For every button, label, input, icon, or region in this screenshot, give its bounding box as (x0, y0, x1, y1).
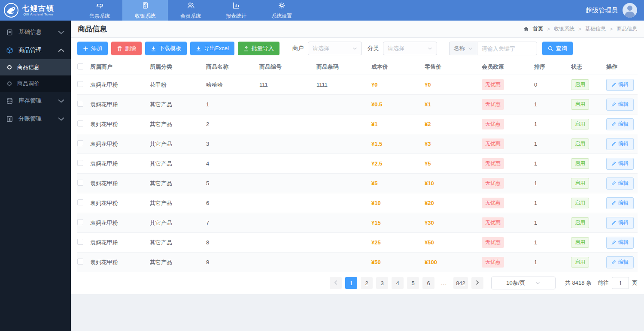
next-page-button[interactable] (471, 277, 483, 289)
row-checkbox[interactable] (77, 259, 83, 265)
pencil-icon (611, 240, 616, 245)
page-button-4[interactable]: 4 (392, 277, 404, 289)
table-row: 袁妈花甲粉 花甲粉 哈哈哈 111 1111 ¥0 ¥0 无优惠 0 启用 编辑 (77, 75, 638, 94)
batch-import-button[interactable]: 批量导入 (238, 42, 279, 55)
pencil-icon (611, 141, 616, 146)
breadcrumb-item-home[interactable]: 首页 (533, 25, 543, 33)
merchant-filter-label: 商户 (292, 45, 304, 52)
sidebar-item-basic-info[interactable]: 基础信息 (0, 23, 71, 41)
cell-category: 花甲粉 (150, 81, 206, 89)
chevron-right-icon (476, 280, 479, 285)
main-area: 商品信息 首页 > 收银系统 > 基础信息 > 商品信息 添加 (71, 21, 644, 331)
page-button-3[interactable]: 3 (376, 277, 388, 289)
edit-button-label: 编辑 (618, 259, 629, 266)
sidebar-item-split-account-management[interactable]: 分账管理 (0, 110, 71, 128)
member-policy-tag: 无优惠 (482, 178, 504, 189)
row-checkbox[interactable] (77, 239, 83, 245)
nav-tab-member-system[interactable]: 会员系统 (168, 0, 213, 21)
row-checkbox[interactable] (77, 140, 83, 146)
nav-tab-ticket-system[interactable]: 售票系统 (77, 0, 122, 21)
status-badge: 启用 (571, 178, 589, 189)
page-size-value: 10条/页 (506, 279, 525, 287)
edit-button-label: 编辑 (618, 199, 629, 207)
merchant-select[interactable]: 请选择 (308, 42, 362, 55)
edit-button-label: 编辑 (618, 160, 629, 167)
cell-cost-price: ¥15 (371, 220, 425, 226)
edit-button[interactable]: 编辑 (606, 79, 634, 91)
category-select[interactable]: 请选择 (383, 42, 437, 55)
export-excel-button[interactable]: 导出Excel (190, 42, 234, 55)
cell-cost-price: ¥25 (371, 239, 425, 246)
search-field-select[interactable]: 名称 (449, 42, 477, 55)
logo-title: 七鲤古镇 (22, 5, 55, 12)
row-checkbox[interactable] (77, 160, 83, 166)
nav-tab-system-settings[interactable]: 系统设置 (259, 0, 304, 21)
pencil-icon (611, 122, 616, 126)
page-button-2[interactable]: 2 (361, 277, 373, 289)
edit-button[interactable]: 编辑 (606, 256, 634, 268)
sidebar-subitem-product-price-adjust[interactable]: 商品调价 (0, 75, 71, 92)
edit-button[interactable]: 编辑 (606, 138, 634, 150)
edit-button[interactable]: 编辑 (606, 118, 634, 130)
edit-button[interactable]: 编辑 (606, 217, 634, 229)
cell-product-name: 9 (206, 259, 259, 265)
download-template-button[interactable]: 下载模板 (145, 42, 187, 55)
row-checkbox[interactable] (77, 120, 83, 126)
cell-merchant: 袁妈花甲粉 (90, 180, 150, 187)
edit-button[interactable]: 编辑 (606, 99, 634, 111)
page-size-select[interactable]: 10条/页 (491, 277, 556, 289)
add-button[interactable]: 添加 (77, 42, 108, 55)
cell-cost-price: ¥2.5 (371, 160, 425, 167)
edit-button[interactable]: 编辑 (606, 237, 634, 249)
row-checkbox[interactable] (77, 81, 83, 87)
page-button-6[interactable]: 6 (422, 277, 434, 289)
keyword-input[interactable] (477, 42, 537, 55)
breadcrumb-item-basic-info[interactable]: 基础信息 (585, 25, 606, 33)
breadcrumb-item-cashier[interactable]: 收银系统 (554, 25, 574, 33)
edit-button[interactable]: 编辑 (606, 197, 634, 209)
member-policy-tag: 无优惠 (482, 237, 504, 248)
row-checkbox[interactable] (77, 101, 83, 107)
column-header-member-policy: 会员政策 (482, 63, 534, 71)
page-button-842[interactable]: 842 (453, 277, 468, 289)
cube-icon (6, 47, 13, 54)
nav-tab-report-statistics[interactable]: 报表统计 (213, 0, 259, 21)
topbar: 七鲤古镇 Qili Ancient Town 售票系统 收银系统 会员系统 报表… (0, 0, 644, 21)
nav-tab-cashier-system[interactable]: 收银系统 (122, 0, 168, 21)
status-badge: 启用 (571, 119, 589, 129)
previous-page-button[interactable] (330, 277, 342, 289)
cell-merchant: 袁妈花甲粉 (90, 219, 150, 227)
sidebar-item-label: 分账管理 (18, 115, 42, 123)
row-checkbox[interactable] (77, 180, 83, 186)
cell-product-name: 4 (206, 160, 259, 167)
search-button[interactable]: 查询 (542, 42, 573, 55)
row-checkbox[interactable] (77, 199, 83, 205)
column-header-retail-price: 零售价 (425, 63, 482, 71)
page-button-1[interactable]: 1 (345, 277, 357, 289)
cell-cost-price: ¥10 (371, 200, 425, 206)
merchant-select-placeholder: 请选择 (313, 45, 329, 52)
cell-sort: 1 (534, 101, 571, 108)
cashier-icon (141, 1, 149, 11)
avatar[interactable] (623, 3, 637, 18)
sidebar-submenu-product: 商品信息 商品调价 (0, 59, 71, 92)
cell-retail-price: ¥30 (425, 220, 482, 226)
sidebar-item-product-management[interactable]: 商品管理 (0, 41, 71, 59)
download-icon (196, 46, 201, 51)
cell-category: 其它产品 (150, 120, 206, 128)
table-row: 袁妈花甲粉 其它产品 9 ¥50 ¥100 无优惠 1 启用 编辑 (77, 252, 638, 272)
edit-button[interactable]: 编辑 (606, 158, 634, 170)
delete-button-label: 删除 (125, 45, 136, 52)
sidebar-item-inventory-management[interactable]: 库存管理 (0, 92, 71, 110)
page-button-5[interactable]: 5 (407, 277, 419, 289)
delete-button[interactable]: 删除 (111, 42, 142, 55)
pencil-icon (611, 220, 616, 225)
row-checkbox[interactable] (77, 219, 83, 225)
select-all-checkbox[interactable] (77, 63, 83, 69)
pencil-icon (611, 201, 616, 205)
goto-page-input[interactable] (612, 277, 629, 289)
edit-button[interactable]: 编辑 (606, 178, 634, 190)
logo[interactable]: 七鲤古镇 Qili Ancient Town (0, 0, 71, 21)
sidebar-subitem-product-info[interactable]: 商品信息 (0, 59, 71, 75)
cell-retail-price: ¥50 (425, 239, 482, 246)
